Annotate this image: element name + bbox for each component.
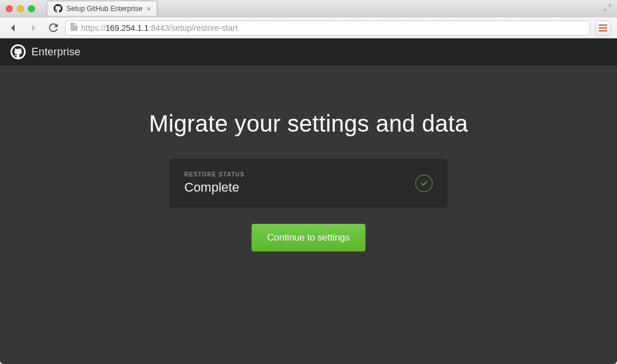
forward-button[interactable] (26, 20, 41, 36)
browser-tab[interactable]: Setup GitHub Enterprise × (47, 1, 157, 16)
browser-toolbar: https://169.254.1.1:8443/setup/restore-s… (0, 17, 617, 38)
main-area: Migrate your settings and data RESTORE S… (0, 65, 617, 364)
app-header: Enterprise (0, 38, 617, 65)
url-host: 169.254.1.1 (106, 23, 149, 33)
status-label: RESTORE STATUS (184, 171, 244, 178)
restore-status-card: RESTORE STATUS Complete (170, 159, 447, 207)
hamburger-icon (599, 24, 607, 31)
status-text-group: RESTORE STATUS Complete (184, 171, 244, 195)
url-text: https://169.254.1.1:8443/setup/restore-s… (81, 23, 585, 33)
minimize-window-button[interactable] (17, 5, 24, 12)
address-bar[interactable]: https://169.254.1.1:8443/setup/restore-s… (65, 20, 590, 36)
tab-title: Setup GitHub Enterprise (66, 5, 142, 13)
tab-favicon-icon (53, 4, 62, 13)
page-title: Migrate your settings and data (149, 111, 468, 137)
url-path: :8443/setup/restore-start (149, 23, 238, 33)
window-titlebar: Setup GitHub Enterprise × (0, 0, 617, 17)
page-content: Enterprise Migrate your settings and dat… (0, 38, 617, 364)
menu-button[interactable] (595, 20, 611, 36)
close-window-button[interactable] (6, 5, 13, 12)
traffic-lights (6, 5, 35, 12)
tab-close-icon[interactable]: × (146, 5, 151, 13)
github-logo-icon (10, 44, 26, 59)
reload-button[interactable] (45, 20, 61, 36)
back-button[interactable] (6, 20, 21, 36)
browser-window: Setup GitHub Enterprise × https://169.25… (0, 0, 617, 364)
page-icon (71, 23, 78, 33)
fullscreen-icon[interactable] (604, 4, 611, 13)
zoom-window-button[interactable] (28, 5, 35, 12)
check-icon (415, 175, 433, 192)
continue-button[interactable]: Continue to settings (251, 224, 365, 252)
status-value: Complete (184, 180, 244, 195)
brand-text: Enterprise (31, 46, 80, 58)
url-protocol: https:// (81, 23, 106, 33)
